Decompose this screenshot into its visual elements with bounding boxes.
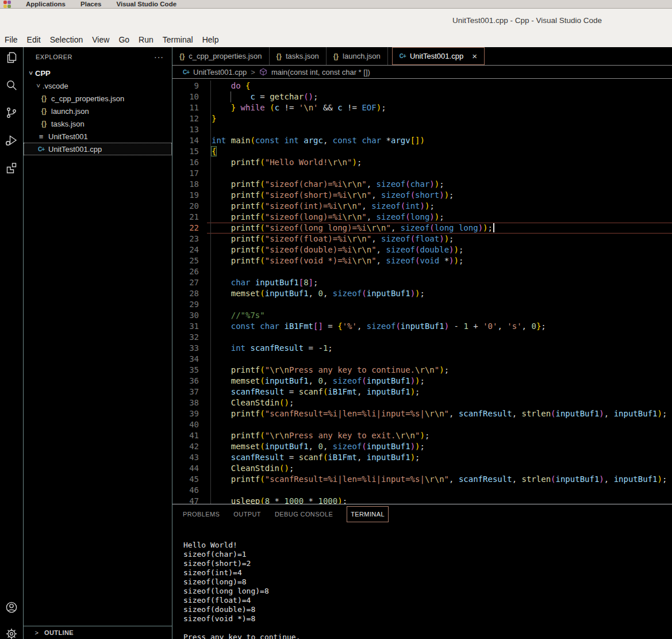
window-titlebar[interactable]: UnitTest001.cpp - Cpp - Visual Studio Co… bbox=[0, 9, 672, 32]
line-number[interactable]: 35 bbox=[172, 365, 199, 376]
line-number[interactable]: 21 bbox=[172, 212, 199, 223]
code-line[interactable]: 26 bbox=[172, 266, 672, 277]
menu-item-view[interactable]: View bbox=[87, 35, 114, 44]
distro-logo-icon[interactable] bbox=[3, 1, 11, 8]
desktop-menu-places[interactable]: Places bbox=[80, 1, 101, 7]
code-line[interactable]: 46 bbox=[172, 485, 672, 496]
menu-item-help[interactable]: Help bbox=[198, 35, 224, 44]
terminal-output[interactable]: Hello World!sizeof(char)=1sizeof(short)=… bbox=[183, 541, 672, 639]
code-line[interactable]: 13 bbox=[172, 124, 672, 135]
line-number[interactable]: 22 bbox=[172, 223, 199, 234]
line-number[interactable]: 17 bbox=[172, 168, 199, 179]
panel-tab-terminal[interactable]: TERMINAL bbox=[347, 506, 389, 522]
code-line[interactable]: 25 printf("sizeof(void *)=%i\r\n", sizeo… bbox=[172, 255, 672, 266]
tab-launch.json[interactable]: {}launch.json bbox=[327, 47, 388, 65]
line-number[interactable]: 47 bbox=[172, 496, 199, 504]
source-control-icon[interactable] bbox=[5, 106, 18, 120]
line-number[interactable]: 43 bbox=[172, 452, 199, 463]
line-number[interactable]: 26 bbox=[172, 266, 199, 277]
line-number[interactable]: 15 bbox=[172, 146, 199, 157]
code-line[interactable]: 22 printf("sizeof(long long)=%i\r\n", si… bbox=[172, 223, 672, 234]
code-line[interactable]: 42 memset(inputBuf1, 0, sizeof(inputBuf1… bbox=[172, 441, 672, 452]
line-number[interactable]: 33 bbox=[172, 343, 199, 354]
line-number[interactable]: 20 bbox=[172, 201, 199, 212]
code-line[interactable]: 27 char inputBuf1[8]; bbox=[172, 277, 672, 288]
line-number[interactable]: 9 bbox=[172, 81, 199, 91]
code-line[interactable]: 32 bbox=[172, 332, 672, 343]
line-number[interactable]: 37 bbox=[172, 387, 199, 397]
code-line[interactable]: 28 memset(inputBuf1, 0, sizeof(inputBuf1… bbox=[172, 288, 672, 299]
outline-section-header[interactable]: > OUTLINE bbox=[24, 626, 172, 639]
desktop-menu-applications[interactable]: Applications bbox=[26, 1, 66, 7]
panel-tab-output[interactable]: OUTPUT bbox=[233, 507, 261, 522]
breadcrumb-file[interactable]: UnitTest001.cpp bbox=[193, 68, 247, 76]
line-number[interactable]: 41 bbox=[172, 430, 199, 441]
panel-tab-problems[interactable]: PROBLEMS bbox=[183, 507, 220, 522]
line-number[interactable]: 31 bbox=[172, 321, 199, 332]
line-number[interactable]: 38 bbox=[172, 397, 199, 408]
line-number[interactable]: 28 bbox=[172, 288, 199, 299]
code-line[interactable]: 34 bbox=[172, 354, 672, 365]
code-line[interactable]: 40 bbox=[172, 419, 672, 430]
line-number[interactable]: 44 bbox=[172, 463, 199, 474]
menu-item-terminal[interactable]: Terminal bbox=[158, 35, 198, 44]
line-number[interactable]: 46 bbox=[172, 485, 199, 496]
code-line[interactable]: 21 printf("sizeof(long)=%i\r\n", sizeof(… bbox=[172, 212, 672, 223]
code-line[interactable]: 14int main(const int argc, const char *a… bbox=[172, 135, 672, 146]
code-line[interactable]: 18 printf("sizeof(char)=%i\r\n", sizeof(… bbox=[172, 179, 672, 190]
menu-item-edit[interactable]: Edit bbox=[22, 35, 45, 44]
code-line[interactable]: 37 scanfResult = scanf(iB1Fmt, inputBuf1… bbox=[172, 387, 672, 397]
run-debug-icon[interactable] bbox=[5, 133, 18, 147]
line-number[interactable]: 29 bbox=[172, 299, 199, 310]
code-line[interactable]: 11 } while (c != '\n' && c != EOF); bbox=[172, 102, 672, 113]
more-actions-icon[interactable]: ··· bbox=[154, 52, 164, 62]
tab-unittest001.cpp[interactable]: C+UnitTest001.cpp× bbox=[392, 47, 485, 65]
line-number[interactable]: 18 bbox=[172, 179, 199, 190]
code-line[interactable]: 31 const char iB1Fmt[] = {'%', sizeof(in… bbox=[172, 321, 672, 332]
code-line[interactable]: 41 printf("\r\nPress any key to exit.\r\… bbox=[172, 430, 672, 441]
desktop-menu-visual-studio-code[interactable]: Visual Studio Code bbox=[116, 1, 176, 7]
code-line[interactable]: 9 do { bbox=[172, 81, 672, 91]
code-line[interactable]: 10 c = getchar(); bbox=[172, 91, 672, 102]
panel-tab-debug-console[interactable]: DEBUG CONSOLE bbox=[275, 507, 333, 522]
line-number[interactable]: 45 bbox=[172, 474, 199, 485]
code-line[interactable]: 44 CleanStdin(); bbox=[172, 463, 672, 474]
line-number[interactable]: 34 bbox=[172, 354, 199, 365]
line-number[interactable]: 24 bbox=[172, 244, 199, 255]
code-line[interactable]: 20 printf("sizeof(int)=%i\r\n", sizeof(i… bbox=[172, 201, 672, 212]
line-number[interactable]: 36 bbox=[172, 376, 199, 387]
code-line[interactable]: 47 usleep(8 * 1000 * 1000); bbox=[172, 496, 672, 504]
tree-item-cpp[interactable]: >CPP bbox=[24, 67, 172, 79]
code-editor[interactable]: 9 do {10 c = getchar();11 } while (c != … bbox=[172, 79, 672, 504]
code-line[interactable]: 43 scanfResult = scanf(iB1Fmt, inputBuf1… bbox=[172, 452, 672, 463]
line-number[interactable]: 30 bbox=[172, 310, 199, 321]
line-number[interactable]: 42 bbox=[172, 441, 199, 452]
menu-item-file[interactable]: File bbox=[0, 35, 22, 44]
tab-tasks.json[interactable]: {}tasks.json bbox=[270, 47, 327, 65]
tree-item-c_cpp_properties.json[interactable]: {}c_cpp_properties.json bbox=[24, 92, 172, 105]
menu-item-run[interactable]: Run bbox=[134, 35, 158, 44]
code-line[interactable]: 23 printf("sizeof(float)=%i\r\n", sizeof… bbox=[172, 234, 672, 244]
line-number[interactable]: 25 bbox=[172, 255, 199, 266]
code-line[interactable]: 35 printf("\r\nPress any key to continue… bbox=[172, 365, 672, 376]
line-number[interactable]: 16 bbox=[172, 157, 199, 168]
code-line[interactable]: 24 printf("sizeof(double)=%i\r\n", sizeo… bbox=[172, 244, 672, 255]
code-line[interactable]: 33 int scanfResult = -1; bbox=[172, 343, 672, 354]
search-icon[interactable] bbox=[5, 78, 18, 92]
line-number[interactable]: 12 bbox=[172, 113, 199, 124]
menu-item-selection[interactable]: Selection bbox=[45, 35, 88, 44]
code-line[interactable]: 12} bbox=[172, 113, 672, 124]
tree-item-tasks.json[interactable]: {}tasks.json bbox=[24, 117, 172, 130]
code-line[interactable]: 29 bbox=[172, 299, 672, 310]
line-number[interactable]: 19 bbox=[172, 190, 199, 201]
menu-item-go[interactable]: Go bbox=[114, 35, 134, 44]
code-line[interactable]: 36 memset(inputBuf1, 0, sizeof(inputBuf1… bbox=[172, 376, 672, 387]
code-line[interactable]: 17 bbox=[172, 168, 672, 179]
tree-item-unittest001.cpp[interactable]: C+UnitTest001.cpp bbox=[24, 143, 172, 155]
line-number[interactable]: 40 bbox=[172, 419, 199, 430]
account-icon[interactable] bbox=[5, 600, 18, 614]
line-number[interactable]: 13 bbox=[172, 124, 199, 135]
explorer-icon[interactable] bbox=[5, 51, 18, 64]
line-number[interactable]: 11 bbox=[172, 102, 199, 113]
tab-c_cpp_properties.json[interactable]: {}c_cpp_properties.json bbox=[172, 47, 270, 65]
